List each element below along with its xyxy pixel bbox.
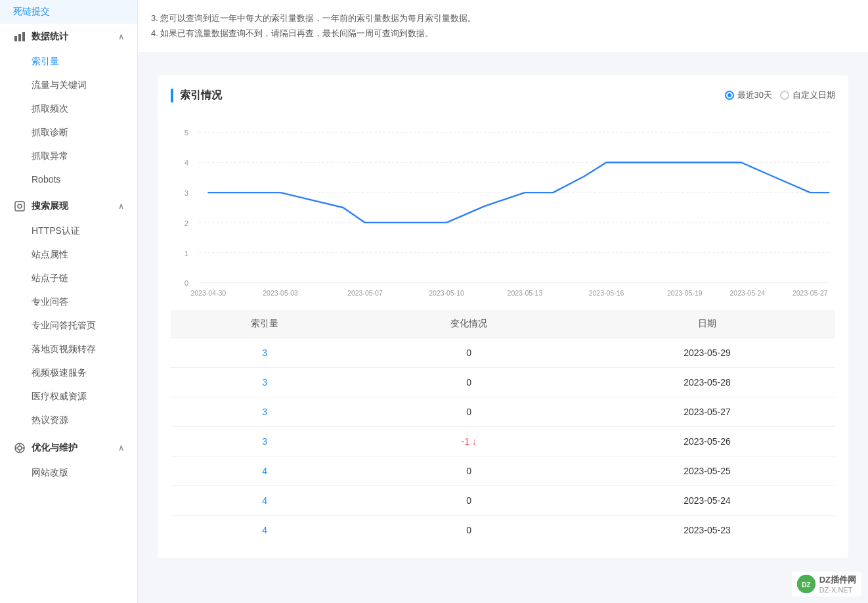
sidebar-item-https-cert[interactable]: HTTPS认证 [0,219,137,243]
sidebar-group-optimize: 优化与维护 ∧ 网站改版 [0,435,137,485]
svg-text:2023-05-03: 2023-05-03 [263,288,298,296]
sidebar-item-landing-video[interactable]: 落地页视频转存 [0,338,137,361]
watermark: DZ DZ插件网 DZ-X.NET [792,571,861,596]
cell-index-5: 4 [171,485,359,515]
chart-icon [13,30,26,43]
chevron-optimize: ∧ [118,443,124,453]
watermark-label: DZ插件网 DZ-X.NET [819,574,856,594]
cell-change-3: -1 ↓ [359,426,579,456]
cell-date-3: 2023-05-26 [579,426,835,456]
sidebar-item-site-subchain[interactable]: 站点子链 [0,267,137,290]
th-change: 变化情况 [359,310,579,338]
cell-index-3: 3 [171,426,359,456]
cell-change-1: 0 [359,367,579,397]
sidebar-item-crawl-frequency[interactable]: 抓取频次 [0,97,137,121]
th-date: 日期 [579,310,835,338]
cell-date-0: 2023-05-29 [579,338,835,367]
sidebar-group-header-optimize[interactable]: 优化与维护 ∧ [0,435,137,461]
svg-text:4: 4 [184,159,189,167]
svg-text:5: 5 [184,129,188,137]
svg-text:2023-05-24: 2023-05-24 [729,288,765,296]
table-body: 302023-05-29302023-05-28302023-05-273-1 … [171,338,835,545]
sidebar-group-label-search-display: 搜索展现 [32,200,68,212]
svg-text:2: 2 [184,219,188,227]
svg-text:2023-05-10: 2023-05-10 [429,288,464,296]
radio-label-last-30: 最近30天 [737,89,772,101]
card-header: 索引情况 最近30天 自定义日期 [171,89,835,102]
sidebar-group-label-optimize: 优化与维护 [32,442,77,454]
sidebar-item-index-count[interactable]: 索引量 [0,50,137,74]
radio-last-30-days[interactable]: 最近30天 [725,89,772,101]
chevron-data-stats: ∧ [118,32,124,41]
cell-change-6: 0 [359,515,579,545]
svg-text:0: 0 [184,279,188,287]
table-header: 索引量 变化情况 日期 [171,310,835,338]
table-row: 302023-05-28 [171,367,835,397]
cell-index-1: 3 [171,367,359,397]
card-actions: 最近30天 自定义日期 [725,89,835,101]
note-4: 4. 如果已有流量数据查询不到，请隔日再查，最长间隔一周可查询到数据。 [151,26,855,41]
svg-text:2023-05-13: 2023-05-13 [508,288,543,296]
sidebar-item-crawl-diagnosis[interactable]: 抓取诊断 [0,121,137,145]
sidebar-group-data-stats: 数据统计 ∧ 索引量 流量与关键词 抓取频次 抓取诊断 抓取异常 Robots [0,24,137,190]
sidebar-item-hot-resource[interactable]: 热议资源 [0,409,137,432]
cell-change-4: 0 [359,456,579,485]
sidebar-group-label-data-stats: 数据统计 [32,31,68,43]
content-area: 索引情况 最近30天 自定义日期 [138,62,868,581]
cell-index-6: 4 [171,515,359,545]
svg-rect-3 [15,202,24,211]
chart-container: 5 4 3 2 1 0 2023-04-30 2023-05-03 [171,116,835,300]
cell-date-2: 2023-05-27 [579,397,835,426]
sidebar-item-site-redesign[interactable]: 网站改版 [0,461,137,485]
sidebar-group-header-data-stats[interactable]: 数据统计 ∧ [0,24,137,50]
radio-custom-date[interactable]: 自定义日期 [780,89,835,101]
sidebar-item-faq-managed[interactable]: 专业问答托管页 [0,314,137,338]
optimize-icon [13,441,26,455]
sidebar-item-faq[interactable]: 专业问答 [0,290,137,314]
cell-date-5: 2023-05-24 [579,485,835,515]
table-row: 402023-05-23 [171,515,835,545]
cell-date-1: 2023-05-28 [579,367,835,397]
notes-section: 3. 您可以查询到近一年中每大的索引量数据，一年前的索引量数据为每月索引量数据。… [138,0,868,52]
sidebar-item-medical-resource[interactable]: 医疗权威资源 [0,385,137,409]
svg-text:2023-04-30: 2023-04-30 [190,288,226,296]
chevron-search-display: ∧ [118,202,124,211]
cell-change-2: 0 [359,397,579,426]
watermark-logo: DZ [797,575,815,593]
svg-text:2023-05-07: 2023-05-07 [347,288,383,296]
svg-rect-1 [18,34,21,41]
sidebar-item-video-fast[interactable]: 视频极速服务 [0,361,137,385]
svg-text:2023-05-19: 2023-05-19 [667,288,703,296]
table-row: 402023-05-24 [171,485,835,515]
search-display-icon [13,200,26,213]
svg-text:1: 1 [184,249,188,257]
sidebar-item-robots[interactable]: Robots [0,168,137,190]
sidebar-item-site-attr[interactable]: 站点属性 [0,243,137,267]
cell-change-5: 0 [359,485,579,515]
table-row: 402023-05-25 [171,456,835,485]
radio-label-custom: 自定义日期 [792,89,835,101]
svg-text:DZ: DZ [802,581,810,589]
sidebar-item-traffic-keywords[interactable]: 流量与关键词 [0,74,137,97]
svg-text:2023-05-27: 2023-05-27 [792,288,828,296]
sidebar-item-dead-link[interactable]: 死链提交 [0,0,137,24]
cell-index-2: 3 [171,397,359,426]
radio-group-date: 最近30天 自定义日期 [725,89,835,101]
cell-date-6: 2023-05-23 [579,515,835,545]
sidebar-group-search-display: 搜索展现 ∧ HTTPS认证 站点属性 站点子链 专业问答 专业问答托管页 落地… [0,193,137,432]
cell-index-4: 4 [171,456,359,485]
svg-point-4 [18,204,22,208]
table-row: 302023-05-27 [171,397,835,426]
svg-point-6 [18,446,22,450]
radio-circle-custom [780,91,789,100]
sidebar-item-crawl-exception[interactable]: 抓取异常 [0,145,137,168]
sidebar-group-header-search-display[interactable]: 搜索展现 ∧ [0,193,137,219]
svg-text:3: 3 [184,189,188,197]
svg-rect-2 [22,32,25,41]
th-index: 索引量 [171,310,359,338]
sidebar: 死链提交 数据统计 ∧ 索引量 流量与关键词 抓取频次 [0,0,138,603]
index-chart: 5 4 3 2 1 0 2023-04-30 2023-05-03 [171,116,835,300]
cell-index-0: 3 [171,338,359,367]
radio-circle-last-30 [725,91,734,100]
table-row: 3-1 ↓2023-05-26 [171,426,835,456]
